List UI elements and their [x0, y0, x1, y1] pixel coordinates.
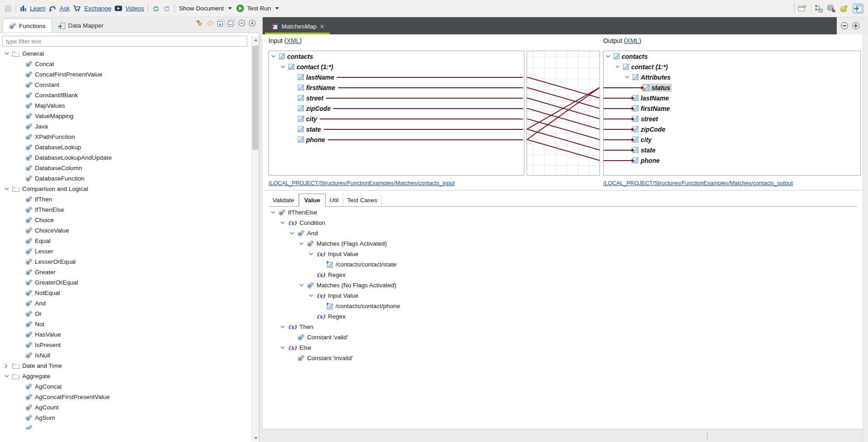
chevron-down-icon[interactable]	[299, 242, 304, 245]
zoom-in-icon[interactable]	[249, 19, 256, 27]
function-category-row[interactable]: Comparison and Logical	[0, 184, 251, 194]
resources-perspective-icon[interactable]	[840, 5, 849, 13]
function-row[interactable]: ConcatFirstPresentValue	[0, 69, 251, 80]
chevron-down-icon[interactable]	[280, 325, 285, 328]
scroll-down-icon[interactable]	[252, 434, 259, 442]
chevron-down-icon[interactable]	[625, 76, 629, 79]
mapping-line[interactable]	[527, 88, 599, 109]
open-perspective-icon[interactable]	[798, 5, 807, 12]
value-tree-row[interactable]: (x)Regex	[263, 270, 861, 280]
ask-link[interactable]: Ask	[60, 5, 70, 12]
function-row[interactable]: AgConcat	[0, 381, 251, 392]
chevron-down-icon[interactable]	[309, 294, 313, 297]
sync-all-icon[interactable]	[163, 5, 171, 12]
value-tree-row[interactable]: /contacts/contact/phone	[263, 301, 861, 311]
output-node-row[interactable]: phone	[604, 155, 860, 166]
output-node-row[interactable]: status	[604, 82, 860, 93]
input-node-row[interactable]: firstName	[269, 82, 524, 93]
function-row[interactable]: NotEqual	[0, 288, 251, 298]
function-row[interactable]: AgCount	[0, 402, 251, 413]
function-row[interactable]: Choice	[0, 215, 251, 225]
chevron-down-icon[interactable]	[290, 232, 294, 235]
function-row[interactable]: HasValue	[0, 329, 251, 340]
value-tree-row[interactable]: And	[263, 228, 861, 238]
function-row[interactable]: LesserOrEqual	[0, 257, 251, 267]
value-tree-row[interactable]: Matches (No Flags Activated)	[263, 280, 861, 290]
function-row[interactable]: XPathFunction	[0, 132, 251, 142]
function-row[interactable]: Concat	[0, 59, 251, 69]
chevron-right-icon[interactable]	[5, 364, 8, 368]
minimize-icon[interactable]	[841, 22, 848, 29]
value-tree-row[interactable]: Matches (Flags Activated)	[263, 238, 861, 249]
chevron-down-icon[interactable]	[309, 252, 313, 256]
tab-data-mapper[interactable]: Data Mapper	[52, 19, 110, 33]
function-row[interactable]: ChoiceValue	[0, 225, 251, 236]
maximize-icon[interactable]	[852, 22, 859, 29]
output-node-row[interactable]: city	[604, 134, 860, 145]
output-node-row[interactable]: lastName	[604, 93, 860, 103]
function-row[interactable]: Not	[0, 319, 251, 329]
videos-link[interactable]: Videos	[125, 5, 144, 12]
mapping-perspective-icon[interactable]	[853, 4, 863, 14]
save-icon[interactable]	[5, 5, 12, 12]
output-structure-link[interactable]: /LOCAL_PROJECT/Structures/FunctionExampl…	[603, 180, 793, 186]
value-tree-row[interactable]: /contacts/contact/state	[263, 259, 861, 270]
function-row[interactable]: And	[0, 298, 251, 309]
function-row[interactable]: Java	[0, 121, 251, 132]
input-node-row[interactable]: street	[269, 93, 524, 103]
function-row[interactable]: MapValues	[0, 100, 251, 111]
chevron-down-icon[interactable]	[281, 65, 285, 68]
output-node-row[interactable]: contacts	[604, 51, 860, 62]
function-category-row[interactable]: Aggregate	[0, 371, 251, 381]
input-node-row[interactable]: zipCode	[269, 103, 524, 114]
function-row[interactable]: Equal	[0, 236, 251, 246]
sash-handle[interactable]	[707, 432, 708, 440]
output-node-row[interactable]: state	[604, 145, 860, 155]
input-xml-link[interactable]: XML	[287, 37, 300, 44]
scroll-up-icon[interactable]	[252, 36, 259, 43]
editor-tab-matchesmap[interactable]: MatchesMap	[265, 19, 330, 34]
function-row[interactable]: DatabaseLookup	[0, 142, 251, 152]
filter-input[interactable]	[2, 36, 247, 47]
value-tree-row[interactable]: Constant 'valid'	[263, 332, 861, 342]
sync-icon[interactable]	[152, 5, 160, 12]
show-document-dropdown[interactable]: Show Document	[179, 5, 232, 12]
function-row[interactable]: IsPresent	[0, 340, 251, 350]
function-row[interactable]: Greater	[0, 267, 251, 277]
tab-value[interactable]: Value	[299, 194, 326, 207]
function-row[interactable]: Lesser	[0, 246, 251, 257]
function-row[interactable]: IfThen	[0, 194, 251, 204]
mapping-line[interactable]	[527, 88, 599, 140]
function-row[interactable]: AgSum	[0, 413, 251, 423]
zoom-out-icon[interactable]	[238, 19, 245, 27]
value-tree-row[interactable]: (x)Then	[263, 322, 861, 332]
test-run-button[interactable]: Test Run	[236, 5, 279, 12]
mapping-line[interactable]	[527, 119, 599, 140]
function-row[interactable]: AgConcatFirstPresentValue	[0, 392, 251, 402]
chevron-down-icon[interactable]	[5, 375, 9, 378]
function-category-row[interactable]: General	[0, 48, 251, 59]
value-tree-row[interactable]: (x)Input Value	[263, 290, 861, 301]
function-row[interactable]: DatabaseColumn	[0, 163, 251, 173]
value-tree-row[interactable]: (x)Condition	[263, 218, 861, 228]
chevron-down-icon[interactable]	[615, 65, 620, 68]
input-node-row[interactable]: contact (1:*)	[269, 62, 524, 72]
input-node-row[interactable]: city	[269, 114, 524, 124]
database-debug-perspective-icon[interactable]	[827, 5, 836, 13]
tab-test-cases[interactable]: Test Cases	[343, 194, 382, 206]
data-explorer-perspective-icon[interactable]	[815, 5, 823, 13]
value-tree-row[interactable]: IfThenElse	[263, 207, 861, 218]
function-row[interactable]: ConstantIfBlank	[0, 90, 251, 100]
mapping-line[interactable]	[527, 140, 599, 161]
function-row[interactable]: DatabaseFunction	[0, 173, 251, 184]
input-node-row[interactable]: lastName	[269, 72, 524, 82]
function-row[interactable]: DatabaseLookupAndUpdate	[0, 152, 251, 163]
expand-all-icon[interactable]	[217, 19, 225, 27]
chevron-down-icon[interactable]	[299, 284, 304, 287]
clear-icon[interactable]	[206, 20, 214, 26]
chevron-down-icon[interactable]	[5, 187, 9, 190]
output-xml-link[interactable]: XML	[626, 37, 639, 44]
function-row[interactable]: Or	[0, 309, 251, 319]
learn-link[interactable]: Learn	[30, 5, 46, 12]
function-category-row[interactable]: Date and Time	[0, 361, 251, 371]
